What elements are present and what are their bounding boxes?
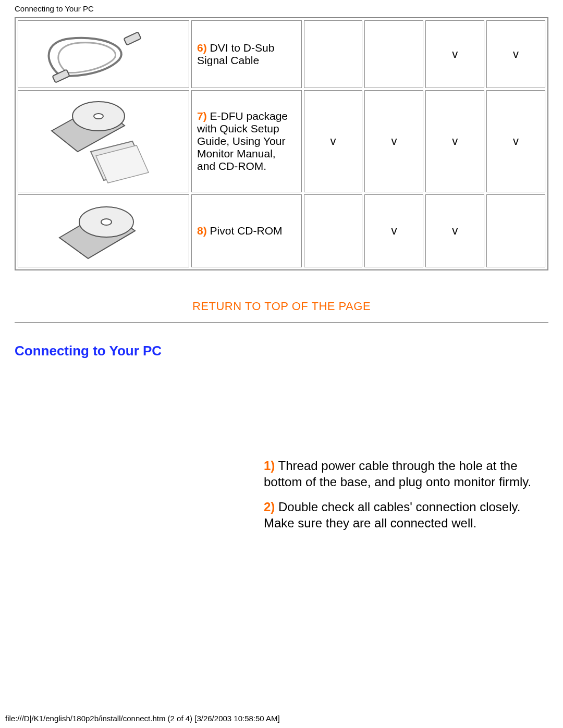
check-cell (486, 194, 545, 267)
footer-path: file:///D|/K1/english/180p2b/install/con… (5, 714, 280, 723)
svg-point-4 (94, 114, 103, 119)
check-cell: v (425, 20, 484, 88)
description-cell: 7) E-DFU package with Quick Setup Guide,… (191, 90, 302, 192)
cd-icon (52, 199, 156, 264)
item-text: Pivot CD-ROM (207, 225, 283, 237)
section-heading: Connecting to Your PC (0, 323, 563, 359)
check-cell: v (364, 194, 423, 267)
check-cell (304, 194, 363, 267)
return-to-top-link[interactable]: RETURN TO TOP OF THE PAGE (192, 300, 371, 313)
check-cell: v (304, 90, 363, 192)
check-cell: v (425, 194, 484, 267)
table-row: 6) DVI to D-Sub Signal Cable v v (18, 20, 545, 88)
item-number: 7) (197, 110, 207, 122)
cd-package-icon (41, 94, 166, 188)
description-cell: 6) DVI to D-Sub Signal Cable (191, 20, 302, 88)
illustration-cell (18, 194, 189, 267)
accessories-table: 6) DVI to D-Sub Signal Cable v v 7) E-DF… (15, 17, 548, 270)
step-text: Double check all cables' connection clos… (264, 500, 520, 530)
step-text: Thread power cable through the hole at t… (264, 459, 531, 489)
illustration-cell (18, 90, 189, 192)
check-cell (304, 20, 363, 88)
step-item: 2) Double check all cables' connection c… (264, 499, 542, 531)
check-cell: v (486, 20, 545, 88)
item-number: 8) (197, 225, 207, 237)
steps-area: 1) Thread power cable through the hole a… (0, 458, 563, 541)
top-link-row: RETURN TO TOP OF THE PAGE (0, 300, 563, 313)
check-cell (364, 20, 423, 88)
check-cell: v (364, 90, 423, 192)
page-title: Connecting to Your PC (0, 0, 563, 17)
check-cell: v (486, 90, 545, 192)
svg-rect-1 (124, 32, 141, 45)
illustration-cell (18, 20, 189, 88)
step-number: 1) (264, 459, 275, 473)
table-row: 7) E-DFU package with Quick Setup Guide,… (18, 90, 545, 192)
accessories-table-wrap: 6) DVI to D-Sub Signal Cable v v 7) E-DF… (0, 17, 563, 270)
table-row: 8) Pivot CD-ROM v v (18, 194, 545, 267)
cable-icon (39, 26, 169, 83)
item-number: 6) (197, 42, 207, 54)
item-text: DVI to D-Sub Signal Cable (197, 42, 274, 66)
step-number: 2) (264, 500, 275, 514)
svg-point-9 (101, 219, 112, 225)
step-item: 1) Thread power cable through the hole a… (264, 458, 542, 490)
steps-text: 1) Thread power cable through the hole a… (264, 458, 563, 541)
item-text: E-DFU package with Quick Setup Guide, Us… (197, 110, 288, 172)
description-cell: 8) Pivot CD-ROM (191, 194, 302, 267)
check-cell: v (425, 90, 484, 192)
steps-image-placeholder (0, 458, 264, 541)
